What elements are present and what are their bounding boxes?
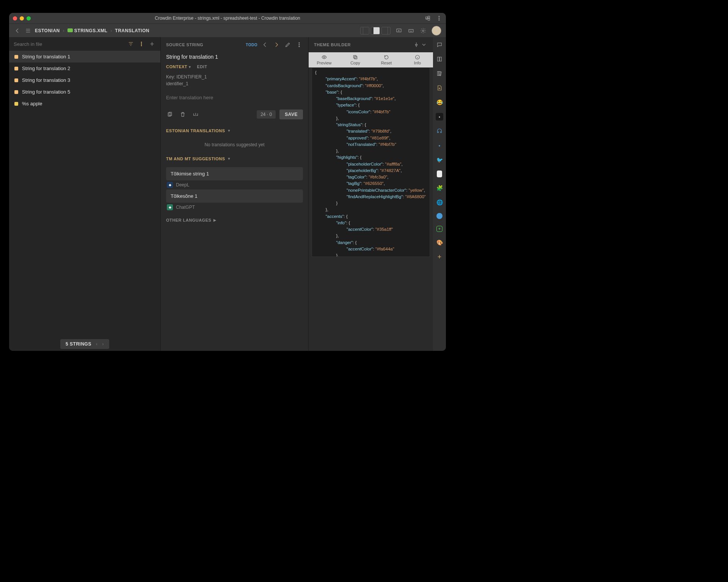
svg-point-0 <box>439 16 439 17</box>
minimize-window-button[interactable] <box>20 16 24 20</box>
strings-panel: String for translation 1String for trans… <box>9 37 161 351</box>
back-icon[interactable] <box>14 27 21 34</box>
tab-preview[interactable]: Preview <box>309 52 340 67</box>
context-label[interactable]: CONTEXT▼ <box>166 64 191 69</box>
keyboard-icon[interactable] <box>407 27 415 34</box>
emoji-icon[interactable]: 😂 <box>436 99 443 106</box>
svg-point-9 <box>299 42 300 43</box>
other-languages-header[interactable]: OTHER LANGUAGES▶ <box>166 216 303 224</box>
globe-green-icon[interactable]: 🌐 <box>436 199 443 206</box>
suggestion-provider: ◆ChatGPT <box>166 203 303 212</box>
more-vert-icon[interactable] <box>295 41 303 48</box>
estonian-translations-header[interactable]: ESTONIAN TRANSLATIONS▼ <box>166 127 303 135</box>
filter-icon[interactable] <box>127 40 135 48</box>
collapse-icon[interactable] <box>420 41 428 48</box>
string-label: String for translation 2 <box>22 66 70 71</box>
char-count: 24 · 0 <box>257 110 276 119</box>
more-vert-icon[interactable] <box>436 15 442 21</box>
theme-builder-panel: THEME BUILDER Preview Copy Reset Info { … <box>309 37 433 351</box>
list-item[interactable]: String for translation 3 <box>9 74 160 86</box>
chevron-right-icon: › <box>63 28 64 33</box>
chevron-right-icon: › <box>110 28 112 33</box>
trash-icon[interactable] <box>179 111 187 118</box>
bird-icon[interactable]: 🐦 <box>436 156 443 164</box>
file-plus-icon[interactable] <box>436 84 443 92</box>
svg-rect-4 <box>409 29 413 32</box>
maximize-window-button[interactable] <box>27 16 31 20</box>
svg-rect-16 <box>353 55 356 58</box>
menu-icon[interactable] <box>24 27 32 34</box>
comments-icon[interactable] <box>436 41 443 48</box>
list-item[interactable]: String for translation 1 <box>9 51 160 63</box>
titlebar: Crowdin Enterprise - strings.xml - sprea… <box>9 13 446 23</box>
terminal-icon[interactable]: ▪ <box>436 113 443 120</box>
book-icon[interactable] <box>436 55 443 63</box>
note-icon[interactable] <box>437 171 442 177</box>
editor-panel: SOURCE STRING TODO String for translatio… <box>161 37 309 351</box>
tab-info[interactable]: Info <box>402 52 433 67</box>
books-icon[interactable] <box>436 70 443 77</box>
context-text: Key: IDENTIFIER_1 identifier_1 <box>166 74 303 87</box>
layout-switcher <box>360 27 391 34</box>
suggestion-item[interactable]: Tõlkimise string 1 <box>166 167 303 180</box>
svg-point-11 <box>299 46 300 47</box>
gear-icon[interactable] <box>419 27 427 34</box>
avatar[interactable] <box>431 26 441 36</box>
status-square-icon <box>14 55 18 59</box>
string-label: String for translation 1 <box>22 54 70 59</box>
list-item[interactable]: String for translation 5 <box>9 86 160 98</box>
sort-icon[interactable] <box>138 40 145 48</box>
puzzle-icon[interactable]: 🧩 <box>436 184 443 192</box>
copy-source-icon[interactable] <box>166 111 174 118</box>
add-square-icon[interactable]: + <box>436 226 442 232</box>
android-file-icon <box>67 28 73 32</box>
layout-option-3[interactable] <box>381 27 391 34</box>
theme-json-editor[interactable]: { "primaryAccent": "#f4bf7b", "cardsBack… <box>312 67 430 257</box>
tab-copy[interactable]: Copy <box>340 52 371 67</box>
layout-option-1[interactable] <box>360 27 369 34</box>
prev-string-icon[interactable] <box>261 41 269 48</box>
breadcrumb-file[interactable]: STRINGS.XML <box>67 28 108 33</box>
circle-blue-icon[interactable] <box>436 213 442 219</box>
insert-tag-icon[interactable] <box>192 111 199 118</box>
theme-tabs: Preview Copy Reset Info <box>309 52 433 67</box>
next-string-icon[interactable] <box>273 41 280 48</box>
side-rail: 😂 ▪ ● 🐦 🧩 🌐 + 🎨 + <box>433 37 446 351</box>
theme-builder-label: THEME BUILDER <box>314 42 351 47</box>
extension-icon[interactable] <box>425 15 431 21</box>
svg-point-10 <box>299 44 300 45</box>
provider-badge-icon: ◆ <box>167 204 173 210</box>
headset-icon[interactable] <box>436 127 443 135</box>
next-page-icon[interactable]: › <box>102 341 104 347</box>
svg-point-5 <box>422 30 424 31</box>
save-button[interactable]: SAVE <box>279 110 303 119</box>
pencil-icon[interactable] <box>284 41 292 48</box>
svg-rect-15 <box>355 56 357 59</box>
tab-reset[interactable]: Reset <box>371 52 402 67</box>
suggestion-item[interactable]: Tõlkesõne 1 <box>166 189 303 203</box>
close-window-button[interactable] <box>13 16 17 20</box>
window-title: Crowdin Enterprise - strings.xml - sprea… <box>9 16 446 21</box>
source-text: String for translation 1 <box>166 54 303 60</box>
presentation-icon[interactable] <box>395 27 403 34</box>
search-input[interactable] <box>14 41 124 47</box>
dot-icon[interactable]: ● <box>436 142 443 149</box>
breadcrumb-section[interactable]: TRANSLATION <box>115 28 149 33</box>
string-list: String for translation 1String for trans… <box>9 51 160 337</box>
prev-page-icon[interactable]: ‹ <box>96 341 98 347</box>
layout-option-2[interactable] <box>371 27 380 34</box>
tm-mt-header[interactable]: TM AND MT SUGGESTIONS▼ <box>166 155 303 163</box>
pin-icon[interactable] <box>413 41 420 48</box>
add-tool-icon[interactable]: + <box>436 253 443 261</box>
edit-button[interactable]: EDIT <box>197 64 207 69</box>
source-string-label: SOURCE STRING <box>166 42 203 47</box>
translation-input[interactable] <box>166 92 303 103</box>
string-label: %s apple <box>22 101 42 106</box>
plus-icon[interactable] <box>148 40 156 48</box>
status-square-icon <box>14 102 18 106</box>
breadcrumb-language[interactable]: ESTONIAN <box>35 28 60 33</box>
app-window: Crowdin Enterprise - strings.xml - sprea… <box>9 13 446 351</box>
color-wheel-icon[interactable]: 🎨 <box>436 239 443 246</box>
list-item[interactable]: String for translation 2 <box>9 63 160 74</box>
list-item[interactable]: %s apple <box>9 98 160 110</box>
